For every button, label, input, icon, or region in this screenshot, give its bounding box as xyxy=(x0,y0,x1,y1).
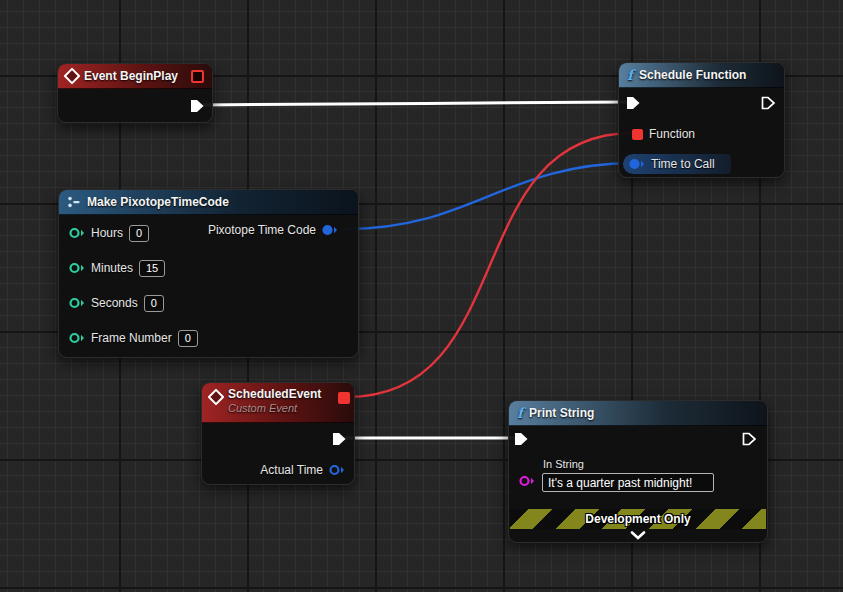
hours-value-field[interactable] xyxy=(129,225,149,242)
string-input-pin[interactable] xyxy=(519,475,535,487)
make-struct-icon xyxy=(67,196,81,208)
struct-output-pin-pixotope-time-code[interactable] xyxy=(322,224,338,236)
struct-input-pin-time-to-call[interactable] xyxy=(629,158,645,170)
event-diamond-icon xyxy=(64,68,81,85)
int-input-pin-minutes[interactable] xyxy=(69,262,85,274)
exec-output-pin[interactable] xyxy=(761,96,776,110)
development-only-banner: Development Only xyxy=(510,509,766,529)
node-title: Schedule Function xyxy=(639,68,746,82)
node-scheduled-event[interactable]: ScheduledEvent Custom Event Actual Time xyxy=(201,382,355,485)
exec-output-pin[interactable] xyxy=(742,432,757,446)
node-header[interactable]: Event BeginPlay xyxy=(58,64,212,89)
pin-label-pixotope-time-code: Pixotope Time Code xyxy=(208,223,316,237)
node-title: ScheduledEvent xyxy=(228,387,321,401)
event-diamond-icon xyxy=(208,389,225,406)
minutes-value-field[interactable] xyxy=(139,260,165,277)
delegate-output-pin[interactable] xyxy=(191,70,204,83)
pin-label-in-string: In String xyxy=(543,458,584,470)
int-input-pin-frame-number[interactable] xyxy=(69,332,85,344)
pin-label-function: Function xyxy=(649,127,695,141)
node-title: Print String xyxy=(529,406,594,420)
banner-label: Development Only xyxy=(585,512,690,526)
node-schedule-function[interactable]: f Schedule Function Function Time to Cal… xyxy=(618,62,785,178)
in-string-value-field[interactable] xyxy=(542,473,714,492)
seconds-value-field[interactable] xyxy=(144,295,164,312)
function-icon: f xyxy=(517,406,523,420)
node-make-pixotope-time-code[interactable]: Make PixotopeTimeCode Pixotope Time Code… xyxy=(58,189,359,358)
pin-label-frame-number: Frame Number xyxy=(91,331,172,345)
delegate-output-pin[interactable] xyxy=(338,392,350,404)
struct-output-pin-actual-time[interactable] xyxy=(329,464,345,476)
node-title: Event BeginPlay xyxy=(84,69,178,83)
delegate-input-pin-function[interactable] xyxy=(632,129,643,140)
node-header[interactable]: Make PixotopeTimeCode xyxy=(59,190,358,215)
struct-wire-timecode-to-timetocall[interactable] xyxy=(346,163,633,229)
exec-input-pin[interactable] xyxy=(514,432,529,446)
int-input-pin-seconds[interactable] xyxy=(69,297,85,309)
frame-number-value-field[interactable] xyxy=(178,330,198,347)
node-header[interactable]: f Print String xyxy=(509,401,767,426)
exec-input-pin[interactable] xyxy=(626,96,641,110)
node-subtitle: Custom Event xyxy=(228,402,321,414)
function-icon: f xyxy=(627,68,633,82)
node-header[interactable]: ScheduledEvent Custom Event xyxy=(202,383,354,423)
blueprint-graph-canvas[interactable]: Event BeginPlay f Schedule Function Func… xyxy=(0,0,843,592)
pin-label-minutes: Minutes xyxy=(91,261,133,275)
pin-label-seconds: Seconds xyxy=(91,296,138,310)
delegate-wire-scheduledevent-to-function[interactable] xyxy=(347,133,633,397)
int-input-pin-hours[interactable] xyxy=(69,227,85,239)
exec-output-pin[interactable] xyxy=(332,432,347,446)
node-print-string[interactable]: f Print String In String Development Onl… xyxy=(508,400,768,543)
node-title: Make PixotopeTimeCode xyxy=(87,195,229,209)
pin-label-hours: Hours xyxy=(91,226,123,240)
pin-label-time-to-call: Time to Call xyxy=(651,157,715,171)
pin-label-actual-time: Actual Time xyxy=(260,463,323,477)
exec-output-pin[interactable] xyxy=(190,99,205,113)
node-event-begin-play[interactable]: Event BeginPlay xyxy=(57,63,213,123)
chevron-down-icon[interactable] xyxy=(630,531,646,540)
node-header[interactable]: f Schedule Function xyxy=(619,63,784,88)
exec-wire-beginplay-to-schedule[interactable] xyxy=(200,102,628,105)
